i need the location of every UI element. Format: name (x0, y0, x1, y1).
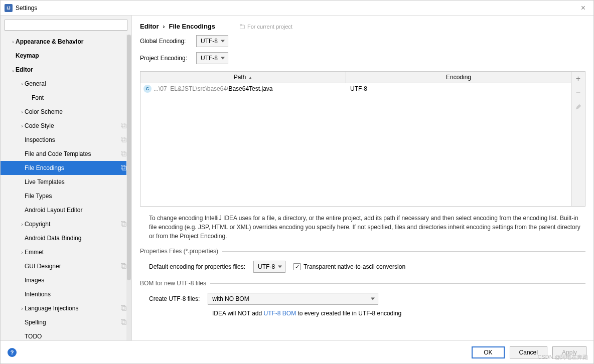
svg-rect-11 (122, 222, 126, 226)
utf8-bom-link[interactable]: UTF-8 BOM (263, 310, 296, 317)
sidebar-item[interactable]: ›Appearance & Behavior (1, 35, 131, 49)
sidebar-item[interactable]: ›Code Style (1, 119, 131, 133)
section-properties: Properties Files (*.properties) (132, 244, 593, 258)
svg-rect-15 (122, 306, 126, 310)
project-scope-icon (120, 150, 126, 158)
ok-button[interactable]: OK (472, 346, 504, 358)
props-enc-label: Default encoding for properties files: (149, 263, 245, 270)
app-icon: IJ (5, 4, 13, 12)
sidebar-item[interactable]: File Encodings (1, 161, 131, 175)
svg-rect-17 (122, 320, 126, 324)
svg-rect-7 (122, 152, 126, 156)
sidebar-item-label: General (25, 80, 126, 87)
chevron-icon: › (20, 81, 25, 87)
sort-asc-icon: ▲ (248, 75, 252, 80)
chevron-icon: › (20, 109, 25, 115)
encodings-table: Path▲ Encoding C ...\07_EL&JSTL\src\base… (140, 71, 585, 207)
sidebar-item[interactable]: Spelling (1, 315, 131, 329)
sidebar-item[interactable]: TODO (1, 329, 131, 340)
project-scope-icon (120, 263, 126, 270)
sidebar-item[interactable]: Intentions (1, 287, 131, 301)
sidebar-item-label: Color Scheme (25, 108, 126, 115)
sidebar-item[interactable]: Font (1, 91, 131, 105)
transparent-ascii-checkbox[interactable]: ✓ Transparent native-to-ascii conversion (293, 263, 405, 270)
svg-rect-5 (122, 138, 126, 142)
search-input[interactable] (5, 20, 127, 31)
svg-rect-13 (122, 264, 126, 268)
table-row[interactable]: C ...\07_EL&JSTL\src\base64\Base64Test.j… (140, 83, 571, 94)
sidebar-item[interactable]: File Types (1, 189, 131, 203)
sidebar-item[interactable]: File and Code Templates (1, 147, 131, 161)
sidebar-item[interactable]: ›Color Scheme (1, 105, 131, 119)
sidebar-item[interactable]: ›General (1, 77, 131, 91)
sidebar-item-label: File Encodings (25, 164, 120, 171)
svg-rect-6 (121, 151, 125, 155)
sidebar-item[interactable]: Keymap (1, 49, 131, 63)
col-encoding[interactable]: Encoding (346, 72, 571, 83)
cancel-button[interactable]: Cancel (510, 346, 547, 358)
sidebar-item[interactable]: GUI Designer (1, 259, 131, 273)
col-path[interactable]: Path▲ (140, 72, 346, 83)
sidebar-item-label: Intentions (25, 291, 126, 298)
global-encoding-select[interactable]: UTF-8 (196, 35, 228, 47)
edit-button[interactable] (571, 100, 585, 114)
project-scope-icon (120, 319, 126, 326)
breadcrumb-b: File Encodings (169, 23, 215, 30)
sidebar-item-label: Keymap (16, 52, 126, 59)
chevron-icon: › (20, 222, 25, 227)
sidebar-item-label: File and Code Templates (25, 150, 120, 157)
help-button[interactable]: ? (8, 348, 17, 357)
scrollbar[interactable] (126, 35, 131, 340)
sidebar-item-label: Android Layout Editor (25, 207, 126, 214)
add-button[interactable]: + (571, 72, 585, 86)
sidebar-item-label: Spelling (25, 319, 120, 326)
svg-rect-10 (121, 221, 125, 225)
settings-tree: ›Appearance & BehaviorKeymap⌄Editor›Gene… (1, 35, 131, 340)
chevron-icon: › (20, 250, 25, 255)
project-scope-icon (120, 221, 126, 228)
remove-button[interactable]: − (571, 86, 585, 100)
content: Editor › File Encodings For current proj… (132, 16, 593, 340)
chevron-icon: › (11, 39, 16, 45)
sidebar-item-label: Appearance & Behavior (16, 38, 126, 45)
chevron-icon: › (20, 123, 25, 129)
sidebar-item-label: File Types (25, 193, 126, 200)
project-encoding-select[interactable]: UTF-8 (196, 52, 228, 64)
global-encoding-label: Global Encoding: (140, 38, 196, 45)
sidebar-item[interactable]: ›Copyright (1, 217, 131, 231)
sidebar-item[interactable]: ›Emmet (1, 245, 131, 259)
svg-rect-8 (121, 165, 125, 169)
sidebar-item[interactable]: ›Language Injections (1, 301, 131, 315)
titlebar: IJ Settings × (1, 1, 593, 16)
project-scope-icon (120, 136, 126, 144)
breadcrumb-a: Editor (140, 23, 159, 30)
sidebar-item-label: Code Style (25, 122, 120, 129)
sidebar-item-label: TODO (25, 333, 126, 340)
sidebar-item[interactable]: Live Templates (1, 175, 131, 189)
breadcrumb: Editor › File Encodings For current proj… (132, 16, 593, 35)
props-enc-select[interactable]: UTF-8 (253, 261, 285, 273)
sidebar-item[interactable]: Android Layout Editor (1, 203, 131, 217)
svg-rect-3 (122, 124, 126, 128)
sidebar-item[interactable]: Images (1, 273, 131, 287)
help-text: To change encoding IntelliJ IDEA uses fo… (132, 207, 593, 244)
main-layout: ›Appearance & BehaviorKeymap⌄Editor›Gene… (1, 16, 593, 340)
close-icon[interactable]: × (577, 4, 589, 13)
project-scope-icon (120, 305, 126, 312)
section-bom: BOM for new UTF-8 files (132, 276, 593, 290)
sidebar: ›Appearance & BehaviorKeymap⌄Editor›Gene… (1, 16, 132, 340)
project-scope-icon (120, 164, 126, 172)
project-scope-icon (120, 122, 126, 130)
apply-button[interactable]: Apply (552, 346, 586, 358)
svg-rect-14 (121, 305, 125, 309)
sidebar-item-label: GUI Designer (25, 263, 120, 270)
window-title: Settings (16, 5, 37, 12)
svg-rect-4 (121, 137, 125, 141)
sidebar-item[interactable]: Inspections (1, 133, 131, 147)
sidebar-item-label: Font (32, 94, 126, 101)
sidebar-item[interactable]: Android Data Binding (1, 231, 131, 245)
sidebar-item[interactable]: ⌄Editor (1, 63, 131, 77)
sidebar-item-label: Copyright (25, 221, 120, 228)
create-utf8-select[interactable]: with NO BOM (208, 293, 378, 305)
sidebar-item-label: Language Injections (25, 305, 120, 312)
